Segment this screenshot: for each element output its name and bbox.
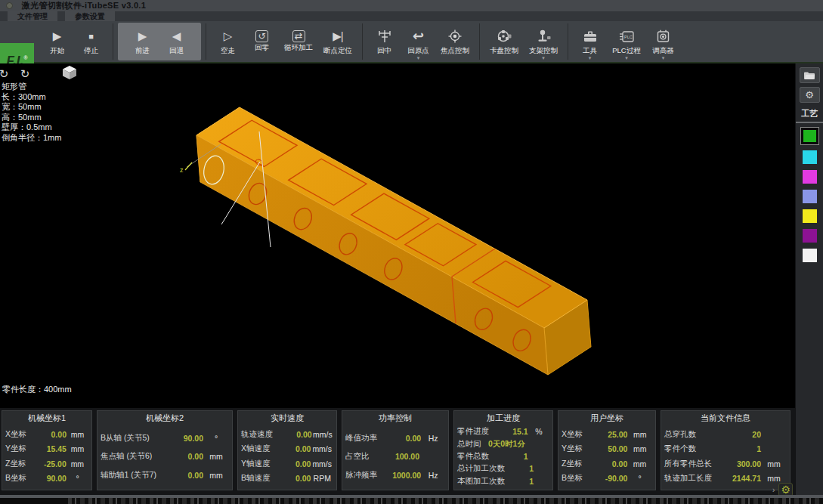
- panel-row-unit: mm: [203, 471, 229, 480]
- panel-row-value: 2144.71: [714, 474, 761, 483]
- view-settings-button[interactable]: ⚙: [800, 87, 820, 103]
- panel-row-label: 总穿孔数: [664, 429, 714, 440]
- breakpoint-locate-button[interactable]: ▶| 断点定位: [318, 23, 357, 60]
- cube-view-icon[interactable]: [61, 65, 78, 83]
- process-tab[interactable]: 工艺: [796, 108, 823, 123]
- toolbar-group-utilities: 工具 ▾ PLC PLC过程 ▾ 调高器 ▾: [571, 22, 682, 61]
- focus-control-button[interactable]: 焦点控制: [435, 23, 475, 60]
- return-center-button[interactable]: 回中: [367, 23, 401, 60]
- height-controller-button[interactable]: 调高器 ▾: [646, 23, 680, 60]
- chuck-control-button[interactable]: 卡盘控制: [484, 23, 524, 60]
- panel-row-label: B轴速度: [241, 473, 271, 484]
- panel-title: 加工进度: [457, 412, 549, 425]
- panel-row-unit: RPM: [311, 474, 333, 483]
- gear-icon: ⚙: [805, 90, 814, 100]
- chuck-icon: [497, 27, 512, 45]
- panel-row: 轨迹速度0.00mm/s: [241, 429, 333, 440]
- toolbar-separator: [479, 23, 480, 60]
- forward-label: 前进: [135, 46, 150, 56]
- back-button[interactable]: ◀ 回退: [159, 23, 193, 60]
- panel-row-label: X轴速度: [241, 444, 271, 454]
- color-swatch-green[interactable]: [801, 128, 818, 144]
- plc-process-button[interactable]: PLC PLC过程 ▾: [607, 23, 646, 60]
- return-zero-button[interactable]: ↺ 回零: [245, 23, 279, 60]
- panel-row-label: 所有零件总长: [664, 459, 714, 469]
- toolbar-group-homing: 回中 ↩ 回原点 ▾ 焦点控制: [365, 22, 477, 61]
- panel-row-value: -25.00: [26, 459, 66, 468]
- dry-run-label: 空走: [221, 46, 235, 56]
- return-zero-icon: ↺: [255, 30, 268, 42]
- viewport-3d[interactable]: z ↻ ↻ 矩形管 长：300mm 宽：50mm 高：50mm 壁厚：0.5mm…: [0, 63, 795, 408]
- panel-row-value: 20: [714, 430, 761, 439]
- panel-row-unit: mm: [67, 444, 88, 453]
- panel-row-label: B从轴 (关节5): [101, 433, 156, 444]
- panel-row-label: Y轴速度: [241, 459, 271, 469]
- panel-user-coords: 用户坐标 X坐标25.00mmY坐标50.00mmZ坐标0.00mmB坐标-90…: [558, 410, 656, 490]
- color-swatch-purple[interactable]: [803, 229, 817, 243]
- panel-row: 本图加工次数1: [457, 476, 549, 487]
- panel-row-label: 零件个数: [664, 444, 714, 454]
- panel-row-value: 90.00: [26, 474, 67, 483]
- viewport-toolbar: ↻ ↻: [0, 65, 78, 83]
- color-swatch-magenta[interactable]: [803, 170, 817, 184]
- bracket-control-button[interactable]: 支架控制 ▾: [524, 23, 563, 60]
- refresh-view-icon[interactable]: ↻: [17, 67, 32, 81]
- panel-row-label: 总计加工次数: [457, 463, 505, 474]
- chuck-control-label: 卡盘控制: [490, 46, 518, 56]
- color-swatch-white[interactable]: [803, 249, 817, 262]
- expand-arrow-icon[interactable]: ›: [772, 486, 775, 494]
- panel-row: 焦点轴 (关节6)0.00mm: [101, 451, 229, 462]
- stop-icon: ■: [88, 27, 94, 45]
- start-button[interactable]: ▶ 开始: [40, 23, 74, 60]
- panel-row-label: 峰值功率: [345, 433, 377, 444]
- focus-control-label: 焦点控制: [441, 46, 469, 56]
- panel-machine-coords-2: 机械坐标2 B从轴 (关节5)90.00°焦点轴 (关节6)0.00mm辅助轴1…: [97, 410, 233, 490]
- toolbar-separator: [206, 23, 206, 60]
- panel-processing-progress: 加工进度 零件进度15.1%总时间0天0时1分零件总数1总计加工次数1本图加工次…: [453, 410, 553, 490]
- dry-run-button[interactable]: ▷ 空走: [211, 23, 245, 60]
- tools-button[interactable]: 工具 ▾: [573, 23, 607, 60]
- bracket-stand-icon: [536, 27, 551, 45]
- panel-row-unit: mm: [761, 474, 787, 483]
- panel-row-label: 零件进度: [457, 426, 489, 437]
- loop-process-button[interactable]: ⇄ 循环加工: [279, 23, 318, 60]
- panel-row-unit: mm: [203, 452, 229, 461]
- panel-row: Y坐标50.00mm: [562, 444, 652, 454]
- panel-row-label: 占空比: [345, 451, 373, 462]
- window-icon[interactable]: [6, 2, 13, 9]
- tube-spec-block: 矩形管 长：300mm 宽：50mm 高：50mm 壁厚：0.5mm 倒角半径：…: [2, 82, 61, 143]
- panel-row-value: 25.00: [583, 430, 627, 439]
- back-icon: ◀: [172, 27, 181, 45]
- panel-row-unit: °: [627, 474, 652, 483]
- panel-row-label: 总时间: [457, 439, 481, 450]
- color-swatch-yellow[interactable]: [803, 209, 817, 223]
- tube-3d-scene: z: [0, 63, 795, 408]
- return-zero-label: 回零: [255, 43, 269, 53]
- toolbar-group-motion: ▷ 空走 ↺ 回零 ⇄ 循环加工 ▶| 断点定位: [209, 22, 360, 61]
- panel-row-label: 轨迹加工长度: [664, 473, 714, 484]
- panel-row: 零件进度15.1%: [457, 426, 549, 437]
- open-file-button[interactable]: [800, 67, 820, 83]
- panel-row: 零件总数1: [457, 451, 549, 462]
- back-label: 回退: [169, 46, 184, 56]
- panel-row-value: 0.00: [26, 430, 67, 439]
- menu-parameter-settings[interactable]: 参数设置: [65, 11, 115, 21]
- stop-button[interactable]: ■ 停止: [74, 23, 108, 60]
- color-swatch-periwinkle[interactable]: [803, 190, 817, 203]
- menu-file-management[interactable]: 文件管理: [8, 11, 57, 21]
- panel-row: Z坐标-25.00mm: [5, 459, 88, 469]
- rotate-view-icon[interactable]: ↻: [0, 67, 11, 81]
- panel-row-value: 0.00: [156, 452, 203, 461]
- return-origin-button[interactable]: ↩ 回原点 ▾: [401, 23, 435, 60]
- panel-row: 零件个数1: [664, 444, 787, 454]
- panel-row: 总穿孔数20: [664, 429, 787, 440]
- toolbar-group-fixtures: 卡盘控制 支架控制 ▾: [482, 22, 565, 61]
- color-swatch-cyan[interactable]: [803, 150, 817, 164]
- dropdown-caret-icon: ▾: [589, 55, 592, 61]
- svg-text:z: z: [180, 166, 184, 174]
- return-center-label: 回中: [377, 46, 391, 56]
- toolbar-separator: [362, 23, 363, 60]
- forward-button[interactable]: ▶ 前进: [125, 23, 159, 60]
- panel-row-label: 本图加工次数: [457, 476, 505, 487]
- panel-title: 当前文件信息: [664, 412, 787, 425]
